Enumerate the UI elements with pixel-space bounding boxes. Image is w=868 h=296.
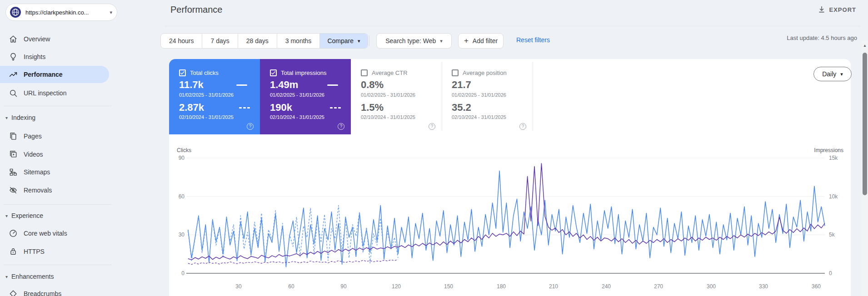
metric-card-total-impressions[interactable]: Total impressions 1.49m 01/02/2025 - 31/… — [260, 59, 351, 134]
sidebar-item-removals[interactable]: Removals — [0, 182, 113, 199]
property-selector[interactable]: https://clarkpeshkin.co... ▾ — [5, 4, 117, 21]
sidebar-item-label: Insights — [24, 53, 45, 60]
sidebar-item-label: Sitemaps — [24, 168, 50, 176]
x-tick: 270 — [654, 283, 663, 290]
dashed-line-legend-icon — [239, 107, 250, 109]
x-tick: 330 — [759, 283, 768, 290]
range-3-months-button[interactable]: 3 months — [277, 34, 320, 48]
sidebar-divider — [4, 204, 112, 205]
series-impressions-current — [188, 163, 825, 260]
eye-off-icon — [9, 186, 18, 195]
right-axis-title: Impressions — [798, 147, 843, 153]
section-label: Experience — [11, 212, 43, 219]
metric-range-current: 01/02/2025 - 31/01/2026 — [361, 92, 415, 98]
sidebar-item-insights[interactable]: Insights — [0, 48, 113, 65]
card-divider — [442, 62, 442, 131]
help-icon[interactable]: ? — [247, 123, 254, 130]
help-icon[interactable]: ? — [519, 123, 526, 130]
chevron-down-icon: ▾ — [358, 38, 360, 44]
scrollbar-thumb[interactable] — [863, 53, 867, 195]
help-icon[interactable]: ? — [429, 123, 435, 130]
sidebar-item-https[interactable]: HTTPS — [0, 243, 113, 260]
range-28-days-button[interactable]: 28 days — [238, 34, 277, 48]
collapse-arrow-icon: ▾ — [5, 274, 8, 279]
y-tick: 60 — [169, 193, 185, 200]
export-button[interactable]: EXPORT — [818, 5, 856, 14]
chevron-down-icon: ▾ — [440, 38, 443, 44]
speedometer-icon — [9, 229, 18, 238]
granularity-dropdown[interactable]: Daily ▾ — [813, 67, 852, 81]
metric-value-previous: 190k — [270, 102, 292, 113]
sidebar-item-label: Performance — [24, 71, 63, 78]
x-tick: 210 — [549, 283, 558, 290]
card-divider — [533, 62, 533, 131]
series-clicks-previous — [188, 205, 398, 266]
site-favicon — [10, 6, 21, 18]
checkbox-checked-icon[interactable] — [270, 69, 277, 76]
scrollbar-up-arrow-icon[interactable]: ▲ — [863, 44, 867, 48]
checkbox-checked-icon[interactable] — [179, 69, 186, 76]
trending-up-icon — [9, 70, 18, 79]
sidebar-item-videos[interactable]: Videos — [0, 146, 113, 163]
sidebar-item-label: Pages — [24, 133, 42, 140]
sidebar-item-performance[interactable]: Performance — [0, 66, 109, 83]
y-tick: 30 — [169, 232, 185, 238]
x-tick: 300 — [707, 283, 716, 290]
search-type-dropdown[interactable]: Search type: Web ▾ — [376, 33, 452, 49]
compare-button[interactable]: Compare ▾ — [319, 34, 367, 48]
metric-range-previous: 02/10/2024 - 31/01/2025 — [361, 114, 415, 120]
range-24-hours-button[interactable]: 24 hours — [161, 34, 202, 48]
sidebar-item-overview[interactable]: Overview — [0, 30, 113, 48]
metric-label: Average CTR — [372, 69, 408, 76]
metric-label: Average position — [463, 69, 507, 76]
dashed-line-legend-icon — [330, 107, 341, 109]
metric-value-current: 1.49m — [270, 79, 298, 91]
y-tick: 5k — [829, 232, 847, 238]
sidebar-item-breadcrumbs[interactable]: Breadcrumbs — [0, 285, 113, 296]
x-tick: 150 — [444, 283, 453, 290]
chevron-down-icon: ▾ — [110, 10, 112, 15]
sidebar-item-label: Removals — [24, 187, 52, 194]
pages-icon — [9, 132, 18, 141]
diamond-icon — [9, 289, 18, 296]
section-label: Enhancements — [11, 273, 54, 280]
metric-range-current: 01/02/2025 - 31/01/2026 — [179, 92, 234, 98]
metric-value-previous: 35.2 — [452, 102, 471, 113]
checkbox-unchecked-icon[interactable] — [452, 69, 459, 76]
metric-card-average-position[interactable]: Average position 21.7 01/02/2025 - 31/01… — [442, 59, 533, 134]
add-filter-button[interactable]: + Add filter — [458, 33, 504, 49]
metric-card-average-ctr[interactable]: Average CTR 0.8% 01/02/2025 - 31/01/2026… — [351, 59, 442, 134]
date-range-group: 24 hours 7 days 28 days 3 months Compare… — [160, 33, 368, 49]
sidebar-section-experience[interactable]: ▾ Experience — [0, 210, 113, 222]
plus-icon: + — [464, 36, 469, 45]
y-tick: 90 — [169, 155, 185, 161]
range-7-days-button[interactable]: 7 days — [202, 34, 237, 48]
search-icon — [9, 89, 18, 98]
sidebar-item-url-inspection[interactable]: URL inspection — [0, 84, 113, 102]
sidebar-section-indexing[interactable]: ▾ Indexing — [0, 112, 113, 123]
x-tick: 360 — [812, 283, 821, 290]
chevron-down-icon: ▾ — [840, 71, 843, 77]
lightbulb-icon — [9, 52, 18, 61]
sidebar-item-core-web-vitals[interactable]: Core web vitals — [0, 225, 113, 242]
property-url: https://clarkpeshkin.co... — [25, 9, 110, 16]
sidebar-divider — [4, 265, 112, 265]
sidebar-item-label: Breadcrumbs — [24, 290, 61, 296]
sidebar-divider — [4, 106, 112, 106]
sidebar-item-label: URL inspection — [24, 89, 66, 97]
sidebar-section-enhancements[interactable]: ▾ Enhancements — [0, 271, 113, 282]
sidebar-item-pages[interactable]: Pages — [0, 128, 113, 145]
sidebar-item-sitemaps[interactable]: Sitemaps — [0, 163, 113, 181]
metric-range-previous: 02/10/2024 - 31/01/2025 — [270, 114, 324, 120]
metric-label: Total impressions — [281, 69, 326, 76]
series-impressions-previous — [188, 260, 398, 265]
page-title: Performance — [170, 5, 223, 15]
checkbox-unchecked-icon[interactable] — [361, 69, 368, 76]
metric-value-previous: 1.5% — [361, 102, 384, 113]
reset-filters-link[interactable]: Reset filters — [516, 36, 550, 44]
metric-card-total-clicks[interactable]: Total clicks 11.7k 01/02/2025 - 31/01/20… — [169, 59, 260, 134]
left-axis-title: Clicks — [177, 147, 191, 153]
help-icon[interactable]: ? — [338, 123, 344, 130]
y-tick: 0 — [829, 270, 847, 276]
last-update-text: Last update: 4.5 hours ago — [787, 35, 857, 41]
